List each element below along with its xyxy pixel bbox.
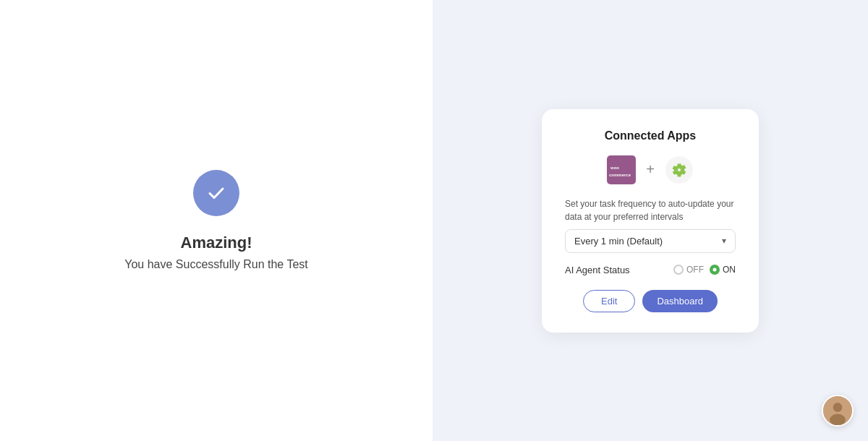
connected-apps-card: Connected Apps woo commerce + [542,109,759,333]
svg-text:woo: woo [610,166,619,170]
plus-icon: + [646,161,655,178]
chevron-down-icon: ▾ [722,236,726,246]
svg-text:commerce: commerce [609,173,631,177]
edit-button[interactable]: Edit [583,290,635,312]
svg-point-5 [833,403,843,412]
woocommerce-icon: woo commerce [607,155,636,184]
on-label: ON [723,265,736,275]
svg-point-6 [830,414,846,426]
success-icon-circle [193,170,239,216]
on-radio[interactable] [710,265,720,275]
success-subtitle: You have Successfully Run the Test [124,258,308,271]
frequency-description: Set your task frequency to auto-update y… [565,197,736,223]
agent-status-label: AI Agent Status [565,265,630,275]
frequency-dropdown[interactable]: Every 1 min (Default) ▾ [565,229,736,253]
check-icon [205,181,228,205]
gear-icon [665,155,694,184]
action-buttons-row: Edit Dashboard [565,290,736,312]
right-panel: Connected Apps woo commerce + [433,0,868,441]
left-panel: Amazing! You have Successfully Run the T… [0,0,433,441]
svg-point-3 [665,156,693,184]
avatar-image [823,395,852,427]
off-radio[interactable] [673,265,684,275]
dashboard-button[interactable]: Dashboard [642,290,718,312]
agent-status-row: AI Agent Status OFF ON [565,265,736,275]
card-title: Connected Apps [565,129,736,142]
success-title: Amazing! [181,234,252,252]
avatar[interactable] [822,395,854,427]
off-option[interactable]: OFF [673,265,704,275]
toggle-group: OFF ON [673,265,736,275]
on-option[interactable]: ON [710,265,736,275]
off-label: OFF [686,265,704,275]
dropdown-value: Every 1 min (Default) [574,236,663,247]
app-icons-row: woo commerce + [565,155,736,184]
